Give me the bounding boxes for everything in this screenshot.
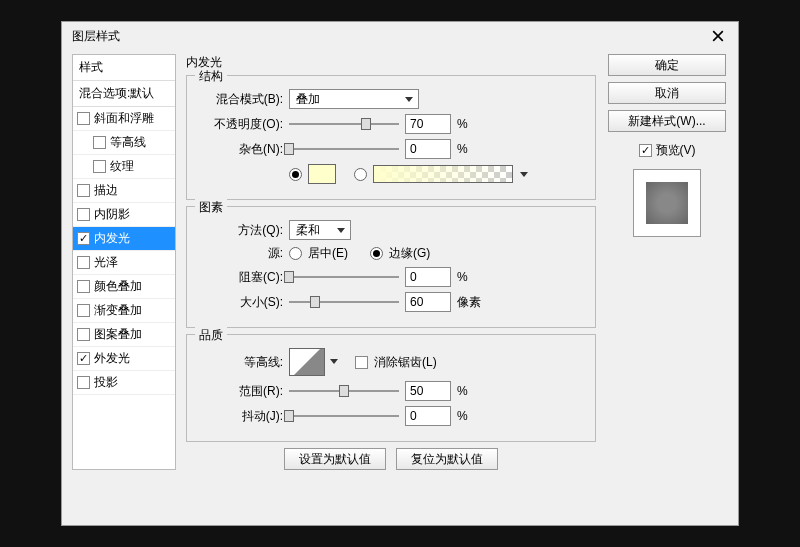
jitter-label: 抖动(J): (197, 408, 283, 425)
method-select[interactable]: 柔和 (289, 220, 351, 240)
blend-mode-label: 混合模式(B): (197, 91, 283, 108)
sidebar-item-2[interactable]: 纹理 (73, 155, 175, 179)
noise-slider[interactable] (289, 141, 399, 157)
choke-input[interactable]: 0 (405, 267, 451, 287)
structure-group: 结构 混合模式(B): 叠加 不透明度(O): 70 % 杂色(N): 0 % (186, 75, 596, 200)
noise-unit: % (457, 142, 485, 156)
sidebar-item-5[interactable]: 内发光 (73, 227, 175, 251)
sidebar-item-label: 颜色叠加 (94, 278, 142, 295)
preview-checkbox[interactable] (639, 144, 652, 157)
noise-input[interactable]: 0 (405, 139, 451, 159)
quality-legend: 品质 (195, 327, 227, 344)
gradient-swatch[interactable] (373, 165, 513, 183)
opacity-input[interactable]: 70 (405, 114, 451, 134)
preview-label: 预览(V) (656, 142, 696, 159)
sidebar-item-4[interactable]: 内阴影 (73, 203, 175, 227)
sidebar-checkbox[interactable] (77, 112, 90, 125)
sidebar-checkbox[interactable] (77, 208, 90, 221)
range-input[interactable]: 50 (405, 381, 451, 401)
sidebar-item-label: 外发光 (94, 350, 130, 367)
source-center-label: 居中(E) (308, 245, 348, 262)
sidebar-subheader[interactable]: 混合选项:默认 (73, 81, 175, 107)
blend-mode-select[interactable]: 叠加 (289, 89, 419, 109)
quality-group: 品质 等高线: 消除锯齿(L) 范围(R): 50 % 抖动(J): (186, 334, 596, 442)
contour-picker[interactable] (289, 348, 325, 376)
sidebar-checkbox[interactable] (77, 184, 90, 197)
choke-label: 阻塞(C): (197, 269, 283, 286)
structure-legend: 结构 (195, 68, 227, 85)
sidebar-checkbox[interactable] (77, 232, 90, 245)
set-default-button[interactable]: 设置为默认值 (284, 448, 386, 470)
sidebar-item-11[interactable]: 投影 (73, 371, 175, 395)
opacity-unit: % (457, 117, 485, 131)
jitter-slider[interactable] (289, 408, 399, 424)
choke-unit: % (457, 270, 485, 284)
size-input[interactable]: 60 (405, 292, 451, 312)
antialias-checkbox[interactable] (355, 356, 368, 369)
opacity-slider[interactable] (289, 116, 399, 132)
sidebar-item-label: 投影 (94, 374, 118, 391)
sidebar-item-label: 图案叠加 (94, 326, 142, 343)
source-edge-radio[interactable] (370, 247, 383, 260)
sidebar-item-label: 内发光 (94, 230, 130, 247)
styles-sidebar: 样式 混合选项:默认 斜面和浮雕等高线纹理描边内阴影内发光光泽颜色叠加渐变叠加图… (72, 54, 176, 470)
layer-style-dialog: 图层样式 样式 混合选项:默认 斜面和浮雕等高线纹理描边内阴影内发光光泽颜色叠加… (61, 21, 739, 526)
jitter-input[interactable]: 0 (405, 406, 451, 426)
main-panel: 内发光 结构 混合模式(B): 叠加 不透明度(O): 70 % 杂色(N): … (182, 54, 600, 470)
sidebar-checkbox[interactable] (77, 352, 90, 365)
sidebar-header: 样式 (73, 55, 175, 81)
sidebar-checkbox[interactable] (93, 136, 106, 149)
sidebar-item-8[interactable]: 渐变叠加 (73, 299, 175, 323)
sidebar-checkbox[interactable] (77, 328, 90, 341)
ok-button[interactable]: 确定 (608, 54, 726, 76)
source-edge-label: 边缘(G) (389, 245, 430, 262)
gradient-radio[interactable] (354, 168, 367, 181)
close-icon (712, 30, 724, 42)
new-style-button[interactable]: 新建样式(W)... (608, 110, 726, 132)
sidebar-item-label: 内阴影 (94, 206, 130, 223)
range-slider[interactable] (289, 383, 399, 399)
sidebar-item-7[interactable]: 颜色叠加 (73, 275, 175, 299)
sidebar-item-9[interactable]: 图案叠加 (73, 323, 175, 347)
sidebar-item-label: 光泽 (94, 254, 118, 271)
sidebar-checkbox[interactable] (77, 376, 90, 389)
sidebar-checkbox[interactable] (77, 280, 90, 293)
range-label: 范围(R): (197, 383, 283, 400)
sidebar-checkbox[interactable] (93, 160, 106, 173)
sidebar-item-label: 斜面和浮雕 (94, 110, 154, 127)
contour-label: 等高线: (197, 354, 283, 371)
method-label: 方法(Q): (197, 222, 283, 239)
restore-default-button[interactable]: 复位为默认值 (396, 448, 498, 470)
choke-slider[interactable] (289, 269, 399, 285)
size-unit: 像素 (457, 294, 485, 311)
sidebar-item-label: 描边 (94, 182, 118, 199)
sidebar-item-label: 纹理 (110, 158, 134, 175)
sidebar-checkbox[interactable] (77, 256, 90, 269)
antialias-label: 消除锯齿(L) (374, 354, 437, 371)
sidebar-item-3[interactable]: 描边 (73, 179, 175, 203)
sidebar-item-1[interactable]: 等高线 (73, 131, 175, 155)
panel-title: 内发光 (186, 54, 596, 71)
elements-legend: 图素 (195, 199, 227, 216)
noise-label: 杂色(N): (197, 141, 283, 158)
size-slider[interactable] (289, 294, 399, 310)
range-unit: % (457, 384, 485, 398)
sidebar-item-label: 等高线 (110, 134, 146, 151)
color-radio[interactable] (289, 168, 302, 181)
dialog-title: 图层样式 (72, 28, 708, 45)
close-button[interactable] (708, 26, 728, 46)
titlebar: 图层样式 (62, 22, 738, 50)
sidebar-item-0[interactable]: 斜面和浮雕 (73, 107, 175, 131)
sidebar-checkbox[interactable] (77, 304, 90, 317)
source-label: 源: (197, 245, 283, 262)
color-swatch[interactable] (308, 164, 336, 184)
right-column: 确定 取消 新建样式(W)... 预览(V) (606, 54, 728, 470)
sidebar-item-6[interactable]: 光泽 (73, 251, 175, 275)
opacity-label: 不透明度(O): (197, 116, 283, 133)
sidebar-item-10[interactable]: 外发光 (73, 347, 175, 371)
elements-group: 图素 方法(Q): 柔和 源: 居中(E) 边缘(G) 阻塞(C): 0 (186, 206, 596, 328)
source-center-radio[interactable] (289, 247, 302, 260)
preview-thumbnail (633, 169, 701, 237)
size-label: 大小(S): (197, 294, 283, 311)
cancel-button[interactable]: 取消 (608, 82, 726, 104)
